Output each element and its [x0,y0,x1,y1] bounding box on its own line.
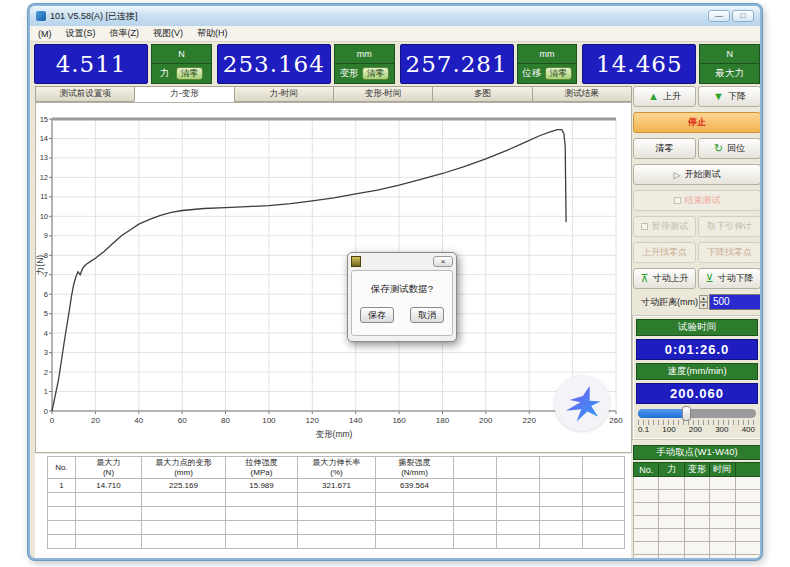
jog-down-button[interactable]: ⊻寸动下降 [698,268,761,289]
manual-cell[interactable] [634,503,659,516]
manual-cell[interactable] [684,542,709,555]
up-find-zero-button[interactable]: 上升找零点 [633,242,696,263]
pause-test-button[interactable]: 暂停测试 [633,216,696,237]
tab-multi-chart[interactable]: 多图 [432,86,531,102]
manual-cell[interactable] [710,555,735,561]
bird-logo [554,375,610,431]
manual-cell[interactable] [710,542,735,555]
manual-col-header: 时间 [710,463,735,477]
jog-up-button[interactable]: ⊼寸动上升 [633,268,696,289]
speed-slider-thumb[interactable] [682,406,691,421]
manual-cell[interactable] [735,503,760,516]
position-display-group: 257.281 mm 位移 清零 [400,44,578,84]
manual-cell[interactable] [684,529,709,542]
manual-cell[interactable] [735,529,760,542]
tab-results[interactable]: 测试结果 [532,86,632,102]
manual-cell[interactable] [659,516,684,529]
manual-cell[interactable] [684,490,709,503]
menu-item-help[interactable]: 帮助(H) [197,27,228,40]
manual-cell[interactable] [735,516,760,529]
svg-text:180: 180 [436,416,450,425]
deform-clear-button[interactable]: 清零 [362,67,389,80]
minimize-button[interactable]: — [708,10,730,22]
manual-cell[interactable] [634,555,659,561]
dialog-close-icon[interactable]: × [433,256,453,267]
speed-slider[interactable] [638,409,756,418]
manual-cell[interactable] [659,490,684,503]
results-cell [226,507,298,521]
manual-cell[interactable] [659,529,684,542]
manual-cell[interactable] [735,477,760,490]
dialog-cancel-button[interactable]: 取消 [410,307,444,323]
svg-text:13: 13 [40,153,48,162]
jog-up-icon: ⊼ [640,274,648,283]
position-clear-button[interactable]: 清零 [545,67,572,80]
jog-distance-input[interactable]: 500 [709,294,761,310]
tab-deform-time[interactable]: 变形-时间 [333,86,432,102]
remove-extensometer-button[interactable]: 取下引伸计 [698,216,761,237]
svg-text:9: 9 [44,231,48,240]
dialog-save-button[interactable]: 保存 [360,307,394,323]
manual-col-header: 力 [659,463,684,477]
manual-cell[interactable] [735,555,760,561]
manual-cell[interactable] [710,529,735,542]
results-row[interactable]: 114.710225.16915.989321.671639.564 [48,479,625,493]
start-test-button[interactable]: ▷开始测试 [633,164,761,185]
manual-cell[interactable] [684,503,709,516]
dialog-icon [351,256,361,267]
tab-force-time[interactable]: 力-时间 [234,86,333,102]
manual-cell[interactable] [735,542,760,555]
results-cell [48,493,76,507]
tab-pretest-settings[interactable]: 测试前设置项 [35,86,134,102]
down-button[interactable]: ▼下降 [698,86,761,107]
manual-cell[interactable] [735,490,760,503]
menu-item-ratio[interactable]: 倍率(Z) [110,27,140,40]
svg-text:10: 10 [40,212,48,221]
menu-item-m[interactable]: (M) [38,29,52,39]
manual-cell[interactable] [659,477,684,490]
manual-cell[interactable] [659,542,684,555]
force-clear-button[interactable]: 清零 [176,67,203,80]
manual-cell[interactable] [659,503,684,516]
stop-button[interactable]: 停止 [633,112,761,133]
svg-text:15: 15 [40,115,48,124]
force-value: 4.511 [34,44,148,84]
clear-zero-button[interactable]: 清零 [633,138,696,159]
manual-cell[interactable] [710,477,735,490]
results-cell [540,507,583,521]
tab-force-deform[interactable]: 力-变形 [134,86,233,102]
manual-table-row [634,555,761,561]
manual-cell[interactable] [634,529,659,542]
end-test-button[interactable]: 结束测试 [633,190,761,211]
maximize-button[interactable]: □ [732,10,754,22]
jog-distance-stepper[interactable]: ▲▼ [699,295,708,309]
maxforce-unit: N [699,44,760,64]
save-dialog: × 保存测试数据? 保存 取消 [347,252,457,342]
manual-cell[interactable] [710,490,735,503]
down-find-zero-button[interactable]: 下降找零点 [698,242,761,263]
return-button[interactable]: ↻回位 [698,138,761,159]
chart-panel: 0204060801001201401601802002202402600123… [35,102,632,453]
force-deform-chart: 0204060801001201401601802002202402600123… [36,103,631,452]
manual-cell[interactable] [659,555,684,561]
results-cell: 639.564 [376,479,454,493]
manual-cell[interactable] [684,555,709,561]
manual-cell[interactable] [634,490,659,503]
results-cell [76,493,142,507]
manual-cell[interactable] [634,516,659,529]
svg-text:40: 40 [134,416,143,425]
menu-item-view[interactable]: 视图(V) [153,27,183,40]
up-button[interactable]: ▲上升 [633,86,696,107]
manual-cell[interactable] [634,477,659,490]
manual-cell[interactable] [710,516,735,529]
svg-text:力(N): 力(N) [36,255,45,275]
manual-cell[interactable] [684,516,709,529]
menu-item-settings[interactable]: 设置(S) [66,27,96,40]
results-cell [48,535,76,549]
results-col-header: 最大力伸长率(%) [298,457,376,479]
manual-cell[interactable] [684,477,709,490]
deform-label: 变形 [339,67,358,80]
maxforce-value: 14.465 [582,44,696,84]
manual-cell[interactable] [710,503,735,516]
manual-cell[interactable] [634,542,659,555]
